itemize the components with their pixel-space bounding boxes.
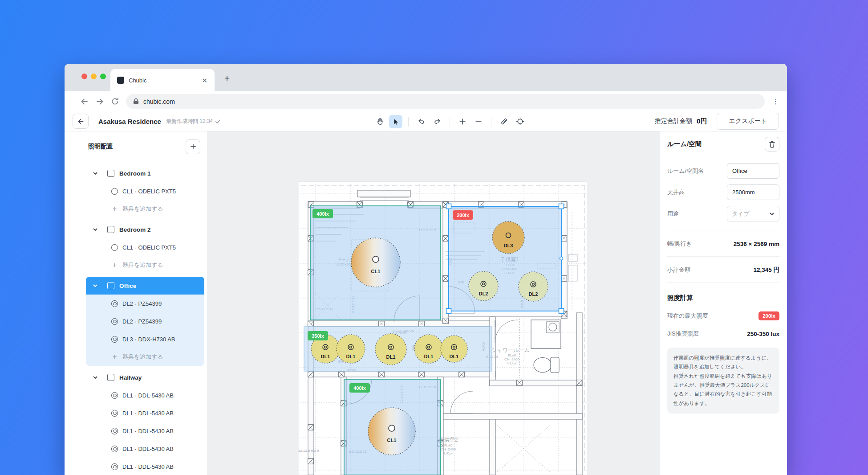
room-checkbox[interactable] — [107, 282, 114, 289]
sidebar-item-hallway[interactable]: Hallway — [86, 369, 204, 386]
sidebar-title: 照明配置 — [88, 143, 186, 151]
svg-text:DL2: DL2 — [479, 291, 488, 296]
room-name: Bedroom 2 — [119, 226, 151, 233]
sidebar-item-fixture[interactable]: DL2 · PZ54399 — [86, 295, 204, 312]
sidebar-item-fixture[interactable]: DL1 · DDL-5430 AB — [86, 386, 204, 404]
room-checkbox[interactable] — [107, 226, 114, 233]
maximize-window-button[interactable] — [100, 74, 106, 79]
tab-close-icon[interactable]: ✕ — [200, 76, 209, 85]
light-cl1-bedroom[interactable]: CL1 — [351, 238, 400, 287]
chevron-down-icon[interactable] — [93, 375, 98, 380]
browser-tabstrip: Chubic ✕ + — [65, 64, 787, 91]
room-checkbox[interactable] — [107, 170, 114, 177]
save-status: 最新作成時間 12:34 — [166, 118, 221, 125]
usage-row: 用途 タイプ — [667, 206, 779, 221]
sidebar-item-fixture[interactable]: DL1 · DDL-5430 AB — [86, 458, 204, 475]
light-dl1-hallway[interactable]: DL1 — [441, 336, 467, 362]
svg-text:DL1: DL1 — [424, 354, 434, 359]
svg-text:400lx: 400lx — [316, 211, 329, 217]
chevron-down-icon[interactable] — [93, 227, 98, 232]
sidebar-item-bedroom1[interactable]: Bedroom 1 — [86, 164, 204, 182]
light-dl1-hallway[interactable]: DL1 — [337, 335, 365, 363]
browser-forward-icon[interactable] — [92, 94, 107, 109]
lux-badge-room2: 400lx — [349, 383, 370, 393]
sidebar: 照明配置 Bedroom 1 CL1 · ODELIC PXT5 + — [65, 131, 208, 475]
plus-icon: + — [111, 205, 118, 213]
svg-text:350lx: 350lx — [312, 333, 324, 339]
fixture-name: DL1 · DDL-5430 AB — [122, 392, 174, 399]
zoom-out-button[interactable] — [472, 115, 485, 128]
app-back-button[interactable] — [73, 114, 89, 129]
target-tool-button[interactable] — [513, 115, 527, 128]
browser-menu-icon[interactable]: ⋮ — [771, 97, 780, 106]
chevron-down-icon[interactable] — [93, 171, 98, 176]
usage-select-value: タイプ — [732, 210, 750, 218]
url-text: chubic.com — [143, 98, 175, 105]
canvas-tools — [372, 111, 528, 131]
redo-button[interactable] — [430, 115, 444, 128]
usage-select[interactable]: タイプ — [727, 206, 779, 221]
browser-tab[interactable]: Chubic ✕ — [110, 69, 215, 91]
undo-button[interactable] — [414, 115, 428, 128]
chevron-down-icon — [769, 211, 775, 217]
address-bar[interactable]: chubic.com — [126, 94, 765, 109]
light-dl3-office[interactable]: DL3 — [492, 221, 524, 254]
ceiling-height-input[interactable] — [727, 184, 779, 200]
measure-tool-button[interactable] — [497, 115, 511, 128]
check-icon — [215, 119, 221, 124]
floorplan-canvas[interactable]: 12 9.5 12.5 3185 9.5 12.5 12 9.5 12.5 12… — [208, 131, 660, 475]
sidebar-item-fixture[interactable]: DL3 · DDX-H730 AB — [86, 330, 204, 348]
downlight-icon — [111, 410, 118, 417]
export-button[interactable]: エクスポート — [717, 113, 779, 130]
current-illuminance-label: 現在の最大照度 — [667, 312, 708, 320]
sidebar-item-office[interactable]: Office — [86, 277, 204, 295]
browser-address-row: chubic.com ⋮ — [65, 91, 787, 111]
light-dl1-hallway[interactable]: DL1 — [414, 335, 443, 363]
close-window-button[interactable] — [81, 74, 87, 79]
sidebar-item-fixture[interactable]: DL1 · DDL-5430 AB — [86, 422, 204, 440]
light-dl1-hallway[interactable]: DL1 — [375, 334, 406, 365]
ceiling-light-icon — [111, 188, 118, 195]
app-toolbar: Asakusa Residence 最新作成時間 12:34 — [65, 111, 787, 131]
svg-text:CL1: CL1 — [371, 269, 381, 274]
svg-text:FL±0: FL±0 — [444, 443, 453, 447]
room-checkbox[interactable] — [107, 374, 114, 381]
svg-text:CL1: CL1 — [387, 438, 397, 443]
browser-reload-icon[interactable] — [107, 94, 122, 109]
shower-tray — [531, 320, 561, 348]
add-fixture-row[interactable]: + 器具を追加する — [86, 348, 204, 366]
plus-icon: + — [111, 352, 118, 361]
divider — [667, 283, 779, 283]
sidebar-item-bedroom2[interactable]: Bedroom 2 — [86, 221, 204, 238]
usage-label: 用途 — [667, 210, 679, 218]
delete-room-button[interactable] — [765, 137, 779, 152]
room-name-input[interactable] — [727, 163, 779, 179]
lux-badge-bedroom: 400lx — [312, 209, 333, 218]
new-tab-button[interactable]: + — [221, 73, 233, 84]
chevron-down-icon[interactable] — [93, 283, 98, 288]
plus-icon: + — [111, 261, 118, 270]
add-room-button[interactable] — [186, 139, 200, 154]
pan-tool-button[interactable] — [373, 115, 386, 128]
toolbar-separator — [491, 117, 491, 127]
trash-icon — [769, 141, 775, 148]
tab-favicon — [117, 77, 124, 84]
sidebar-item-fixture[interactable]: CL1 · ODELIC PXT5 — [86, 182, 204, 200]
add-fixture-row[interactable]: + 器具を追加する — [86, 256, 204, 274]
sidebar-item-fixture[interactable]: DL1 · DDL-5430 AB — [86, 404, 204, 422]
sidebar-item-fixture[interactable]: CL1 · ODELIC PXT5 — [86, 238, 204, 256]
room-name: Hallway — [119, 374, 142, 381]
light-cl1-room2[interactable]: CL1 — [368, 408, 415, 455]
browser-back-icon[interactable] — [77, 94, 92, 109]
sidebar-item-fixture[interactable]: DL1 · DDL-5430 AB — [86, 440, 204, 458]
zoom-in-button[interactable] — [456, 115, 469, 128]
add-fixture-row[interactable]: + 器具を追加する — [86, 200, 204, 218]
sidebar-item-fixture[interactable]: DL2 · PZ54399 — [86, 312, 204, 330]
light-dl2-office[interactable]: DL2 — [519, 272, 548, 301]
minimize-window-button[interactable] — [91, 74, 97, 79]
light-dl2-office[interactable]: DL2 — [469, 271, 498, 301]
jis-recommended-value: 250-350 lux — [747, 331, 779, 337]
svg-text:シャワールーム: シャワールーム — [491, 347, 529, 353]
toilet — [534, 357, 559, 373]
select-tool-button[interactable] — [389, 115, 402, 128]
